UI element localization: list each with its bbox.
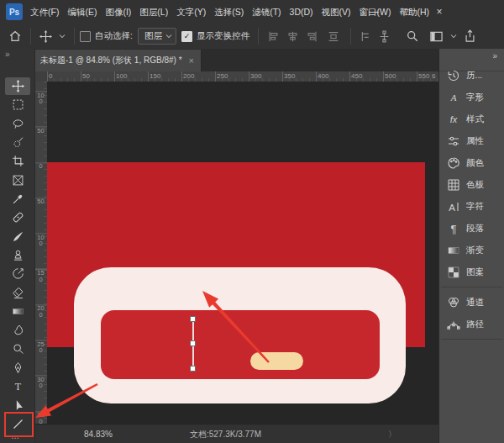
menu-item-select[interactable]: 选择(S) bbox=[210, 0, 248, 24]
line-anchor-bottom[interactable] bbox=[190, 366, 196, 372]
panel-label: 字符 bbox=[466, 201, 484, 213]
quick-selection-tool[interactable] bbox=[5, 134, 30, 151]
status-chevron-icon[interactable]: 〉 bbox=[388, 429, 396, 440]
ruler-label: 50 bbox=[37, 198, 45, 205]
align-distribute-icon[interactable] bbox=[360, 30, 371, 43]
channels-icon bbox=[447, 296, 460, 309]
gradient-tool[interactable] bbox=[5, 303, 30, 320]
panel-tab-paragraph[interactable]: ¶ 段落 bbox=[439, 218, 504, 240]
canvas-zone: 0501001502002503003504004505005506 10050… bbox=[35, 71, 438, 424]
dodge-tool[interactable] bbox=[5, 340, 30, 358]
type-tool[interactable]: T bbox=[5, 377, 30, 395]
panel-tab-channels[interactable]: 通道 bbox=[439, 292, 504, 314]
svg-text:A: A bbox=[449, 203, 455, 213]
align-left-edges-icon[interactable] bbox=[267, 30, 280, 43]
chevron-down-icon[interactable] bbox=[59, 34, 66, 39]
transform-controls-icon[interactable] bbox=[378, 30, 391, 43]
ruler-label: 100 bbox=[116, 72, 127, 80]
panel-tab-paths[interactable]: 路径 bbox=[439, 314, 504, 335]
ruler-label: 550 bbox=[418, 72, 429, 80]
ruler-label: 200 bbox=[183, 72, 194, 80]
close-button[interactable]: × bbox=[433, 6, 445, 18]
panel-tab-properties[interactable]: 属性 bbox=[439, 130, 504, 152]
dock-collapse-icon[interactable]: » bbox=[492, 51, 497, 61]
panel-label: 通道 bbox=[466, 297, 484, 309]
chevron-down-icon[interactable] bbox=[450, 34, 457, 39]
ruler-label: 6 bbox=[432, 72, 435, 80]
menu-item-view[interactable]: 视图(V) bbox=[318, 0, 355, 24]
home-icon[interactable] bbox=[8, 29, 22, 43]
spot-healing-brush-tool[interactable] bbox=[5, 208, 30, 226]
auto-select-target-value: 图层 bbox=[144, 30, 162, 42]
options-bar: 自动选择: 图层 ✓ 显示变换控件 bbox=[0, 24, 504, 50]
rectangular-marquee-tool[interactable] bbox=[5, 96, 30, 113]
panel-tab-gradients[interactable]: 渐变 bbox=[439, 240, 504, 261]
document-tab[interactable]: 未标题-1 @ 84.8% (形状 1, RGB/8#) * × bbox=[35, 50, 202, 71]
auto-select-target-dropdown[interactable]: 图层 bbox=[138, 28, 176, 45]
panel-label: 样式 bbox=[466, 113, 484, 125]
show-transform-checkbox[interactable]: ✓ bbox=[181, 31, 192, 42]
auto-select-label: 自动选择: bbox=[95, 30, 133, 42]
maximize-button[interactable]: □ bbox=[401, 6, 412, 18]
ruler-label: 150 bbox=[150, 72, 160, 80]
align-horizontal-centers-icon[interactable] bbox=[286, 30, 299, 43]
move-tool[interactable] bbox=[5, 77, 30, 95]
menu-item-layer[interactable]: 图层(L) bbox=[135, 0, 172, 24]
more-tools-icon[interactable]: … bbox=[11, 431, 20, 440]
document-tab-bar: 未标题-1 @ 84.8% (形状 1, RGB/8#) * × bbox=[35, 49, 438, 71]
brush-tool[interactable] bbox=[5, 228, 30, 245]
panel-tab-swatches[interactable]: 色板 bbox=[439, 174, 504, 196]
minimize-button[interactable]: — bbox=[368, 6, 380, 18]
menu-item-file[interactable]: 文件(F) bbox=[26, 0, 63, 24]
distribute-icon[interactable] bbox=[327, 30, 340, 43]
panel-tab-glyphs[interactable]: A 字形 bbox=[439, 87, 504, 108]
properties-icon bbox=[447, 134, 460, 148]
clone-stamp-tool[interactable] bbox=[5, 246, 30, 264]
glyphs-icon: A bbox=[447, 92, 460, 103]
panel-tab-character[interactable]: A 字符 bbox=[439, 196, 504, 218]
toolbar-expand-icon[interactable]: » bbox=[5, 50, 10, 59]
auto-select-checkbox[interactable] bbox=[80, 31, 91, 42]
screen-mode-icon[interactable] bbox=[429, 30, 444, 43]
zoom-level-field[interactable]: 84.83% bbox=[84, 430, 113, 439]
search-icon[interactable] bbox=[406, 29, 419, 43]
ruler-label: 250 bbox=[37, 341, 45, 354]
photoshop-logo-icon: Ps bbox=[6, 3, 23, 20]
line-anchor-middle[interactable] bbox=[190, 340, 196, 346]
align-right-edges-icon[interactable] bbox=[306, 30, 318, 43]
panel-tab-history[interactable]: 历... bbox=[439, 65, 504, 87]
history-brush-tool[interactable] bbox=[5, 265, 30, 282]
panel-label: 路径 bbox=[466, 319, 484, 330]
canvas[interactable] bbox=[47, 82, 438, 424]
ruler-label: 50 bbox=[82, 72, 90, 80]
crop-tool[interactable] bbox=[5, 152, 30, 170]
ruler-label: 0 bbox=[37, 163, 45, 170]
panel-tab-styles[interactable]: fx 样式 bbox=[439, 108, 504, 130]
pen-tool[interactable] bbox=[5, 359, 30, 377]
ruler-label: 300 bbox=[37, 377, 45, 389]
ruler-label: 350 bbox=[284, 72, 295, 80]
inner-rect-shape bbox=[101, 310, 380, 379]
menu-item-type[interactable]: 文字(Y) bbox=[172, 0, 210, 24]
character-icon: A bbox=[447, 200, 460, 214]
document-tab-title: 未标题-1 @ 84.8% (形状 1, RGB/8#) * bbox=[40, 55, 182, 66]
menu-item-image[interactable]: 图像(I) bbox=[101, 0, 135, 24]
svg-text:T: T bbox=[14, 381, 21, 393]
panel-tab-color[interactable]: 颜色 bbox=[439, 152, 504, 174]
lasso-tool[interactable] bbox=[5, 115, 30, 133]
menu-item-3d[interactable]: 3D(D) bbox=[286, 0, 318, 24]
panel-tab-patterns[interactable]: 图案 bbox=[439, 261, 504, 283]
move-tool-options-icon[interactable] bbox=[39, 30, 52, 43]
document-size-info: 文档:527.3K/3.77M bbox=[190, 429, 261, 440]
smudge-tool[interactable] bbox=[5, 321, 30, 339]
share-icon[interactable] bbox=[464, 29, 476, 43]
frame-tool[interactable] bbox=[5, 171, 30, 189]
styles-icon: fx bbox=[447, 114, 460, 124]
panel-label: 字形 bbox=[466, 92, 484, 103]
line-anchor-top[interactable] bbox=[190, 316, 196, 322]
menu-item-edit[interactable]: 编辑(E) bbox=[63, 0, 101, 24]
eyedropper-tool[interactable] bbox=[5, 190, 30, 208]
tab-close-icon[interactable]: × bbox=[187, 55, 196, 66]
eraser-tool[interactable] bbox=[5, 284, 30, 302]
menu-item-filter[interactable]: 滤镜(T) bbox=[248, 0, 285, 24]
